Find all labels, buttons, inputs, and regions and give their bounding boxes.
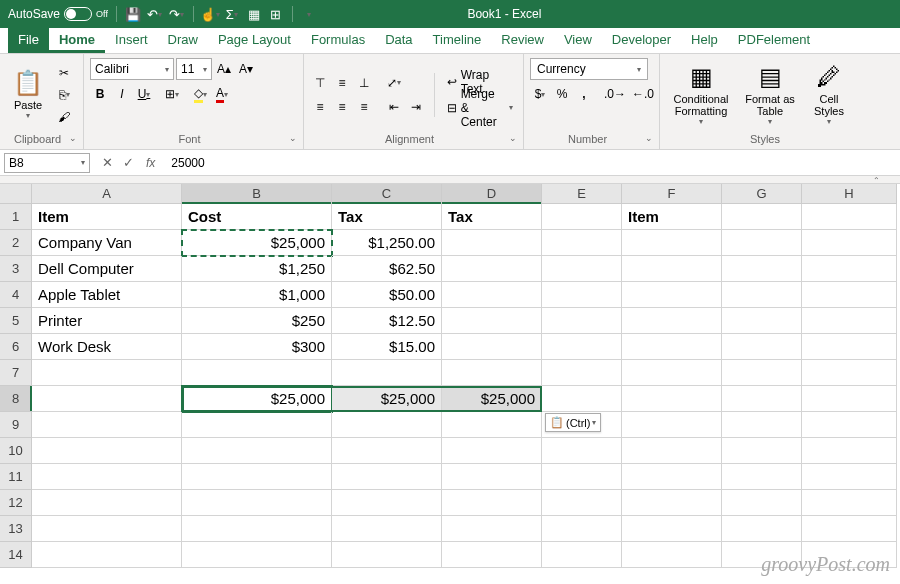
tab-insert[interactable]: Insert bbox=[105, 28, 158, 53]
cell-f1[interactable]: Item bbox=[622, 204, 722, 230]
align-middle-icon[interactable]: ≡ bbox=[332, 73, 352, 93]
col-header-f[interactable]: F bbox=[622, 184, 722, 204]
decrease-font-icon[interactable]: A▾ bbox=[236, 59, 256, 79]
orientation-icon[interactable]: ⤢▾ bbox=[384, 73, 404, 93]
tab-help[interactable]: Help bbox=[681, 28, 728, 53]
tab-data[interactable]: Data bbox=[375, 28, 422, 53]
conditional-formatting-button[interactable]: ▦ Conditional Formatting▾ bbox=[666, 62, 736, 128]
col-header-g[interactable]: G bbox=[722, 184, 802, 204]
select-all-corner[interactable] bbox=[0, 184, 32, 204]
fill-color-icon[interactable]: ◇▾ bbox=[190, 84, 210, 104]
align-left-icon[interactable]: ≡ bbox=[310, 97, 330, 117]
cell-a3[interactable]: Dell Computer bbox=[32, 256, 182, 282]
increase-indent-icon[interactable]: ⇥ bbox=[406, 97, 426, 117]
cell-d1[interactable]: Tax bbox=[442, 204, 542, 230]
tab-pdfelement[interactable]: PDFelement bbox=[728, 28, 820, 53]
percent-icon[interactable]: % bbox=[552, 84, 572, 104]
table-icon[interactable]: ⊞ bbox=[268, 6, 284, 22]
paste-options-button[interactable]: 📋 (Ctrl) ▾ bbox=[545, 413, 601, 432]
cell-e1[interactable] bbox=[542, 204, 622, 230]
cell-b1[interactable]: Cost bbox=[182, 204, 332, 230]
cell-c3[interactable]: $62.50 bbox=[332, 256, 442, 282]
row-header-2[interactable]: 2 bbox=[0, 230, 32, 256]
enter-icon[interactable]: ✓ bbox=[123, 155, 134, 170]
row-header-6[interactable]: 6 bbox=[0, 334, 32, 360]
autosum-icon[interactable]: Σ▾ bbox=[224, 6, 240, 22]
tab-formulas[interactable]: Formulas bbox=[301, 28, 375, 53]
cell-b5[interactable]: $250 bbox=[182, 308, 332, 334]
decrease-indent-icon[interactable]: ⇤ bbox=[384, 97, 404, 117]
font-color-icon[interactable]: A▾ bbox=[212, 84, 232, 104]
tab-draw[interactable]: Draw bbox=[158, 28, 208, 53]
cell-d8[interactable]: $25,000 bbox=[442, 386, 542, 412]
cancel-icon[interactable]: ✕ bbox=[102, 155, 113, 170]
formula-input[interactable]: 25000 bbox=[163, 156, 204, 170]
merge-center-button[interactable]: ⊟Merge & Center▾ bbox=[443, 97, 517, 119]
ribbon-collapse[interactable]: ⌃ bbox=[0, 176, 900, 184]
row-header-12[interactable]: 12 bbox=[0, 490, 32, 516]
tab-review[interactable]: Review bbox=[491, 28, 554, 53]
cell-a6[interactable]: Work Desk bbox=[32, 334, 182, 360]
col-header-d[interactable]: D bbox=[442, 184, 542, 204]
number-format-select[interactable]: Currency▾ bbox=[530, 58, 648, 80]
italic-button[interactable]: I bbox=[112, 84, 132, 104]
increase-font-icon[interactable]: A▴ bbox=[214, 59, 234, 79]
cell-b4[interactable]: $1,000 bbox=[182, 282, 332, 308]
bold-button[interactable]: B bbox=[90, 84, 110, 104]
row-header-1[interactable]: 1 bbox=[0, 204, 32, 230]
paste-button[interactable]: 📋 Paste ▾ bbox=[6, 62, 50, 128]
cell-b6[interactable]: $300 bbox=[182, 334, 332, 360]
cell-c8[interactable]: $25,000 bbox=[332, 386, 442, 412]
cell-c5[interactable]: $12.50 bbox=[332, 308, 442, 334]
cell-c6[interactable]: $15.00 bbox=[332, 334, 442, 360]
borders-icon[interactable]: ⊞▾ bbox=[162, 84, 182, 104]
font-name-select[interactable]: Calibri▾ bbox=[90, 58, 174, 80]
row-header-3[interactable]: 3 bbox=[0, 256, 32, 282]
format-as-table-button[interactable]: ▤ Format as Table▾ bbox=[740, 62, 800, 128]
cell-b3[interactable]: $1,250 bbox=[182, 256, 332, 282]
cell-b8[interactable]: $25,000 bbox=[182, 386, 332, 412]
name-box[interactable]: B8▾ bbox=[4, 153, 90, 173]
tab-home[interactable]: Home bbox=[49, 28, 105, 53]
cell-c2[interactable]: $1,250.00 bbox=[332, 230, 442, 256]
col-header-h[interactable]: H bbox=[802, 184, 897, 204]
fx-icon[interactable]: fx bbox=[146, 156, 163, 170]
touch-icon[interactable]: ☝▾ bbox=[202, 6, 218, 22]
cell-g1[interactable] bbox=[722, 204, 802, 230]
format-painter-icon[interactable]: 🖌 bbox=[54, 107, 74, 127]
row-header-14[interactable]: 14 bbox=[0, 542, 32, 568]
copy-icon[interactable]: ⎘▾ bbox=[54, 85, 74, 105]
underline-button[interactable]: U▾ bbox=[134, 84, 154, 104]
decrease-decimal-icon[interactable]: ←.0 bbox=[630, 84, 656, 104]
font-size-select[interactable]: 11▾ bbox=[176, 58, 212, 80]
tab-file[interactable]: File bbox=[8, 28, 49, 53]
col-header-a[interactable]: A bbox=[32, 184, 182, 204]
align-bottom-icon[interactable]: ⊥ bbox=[354, 73, 374, 93]
tab-view[interactable]: View bbox=[554, 28, 602, 53]
align-right-icon[interactable]: ≡ bbox=[354, 97, 374, 117]
row-header-11[interactable]: 11 bbox=[0, 464, 32, 490]
increase-decimal-icon[interactable]: .0→ bbox=[602, 84, 628, 104]
row-header-13[interactable]: 13 bbox=[0, 516, 32, 542]
autosave-toggle[interactable]: AutoSave Off bbox=[8, 7, 108, 21]
row-header-10[interactable]: 10 bbox=[0, 438, 32, 464]
cell-d2[interactable] bbox=[442, 230, 542, 256]
row-header-5[interactable]: 5 bbox=[0, 308, 32, 334]
align-top-icon[interactable]: ⊤ bbox=[310, 73, 330, 93]
cell-styles-button[interactable]: 🖉 Cell Styles▾ bbox=[804, 62, 854, 128]
tab-timeline[interactable]: Timeline bbox=[423, 28, 492, 53]
more-icon[interactable]: ▾ bbox=[301, 6, 317, 22]
col-header-e[interactable]: E bbox=[542, 184, 622, 204]
cell-a2[interactable]: Company Van bbox=[32, 230, 182, 256]
worksheet[interactable]: A B C D E F G H 1 Item Cost Tax Tax Item… bbox=[0, 184, 900, 568]
cut-icon[interactable]: ✂ bbox=[54, 63, 74, 83]
tab-developer[interactable]: Developer bbox=[602, 28, 681, 53]
comma-icon[interactable]: , bbox=[574, 84, 594, 104]
undo-icon[interactable]: ↶▾ bbox=[147, 6, 163, 22]
insert-icon[interactable]: ▦ bbox=[246, 6, 262, 22]
tab-page-layout[interactable]: Page Layout bbox=[208, 28, 301, 53]
cell-a1[interactable]: Item bbox=[32, 204, 182, 230]
row-header-4[interactable]: 4 bbox=[0, 282, 32, 308]
cell-a4[interactable]: Apple Tablet bbox=[32, 282, 182, 308]
currency-icon[interactable]: $▾ bbox=[530, 84, 550, 104]
